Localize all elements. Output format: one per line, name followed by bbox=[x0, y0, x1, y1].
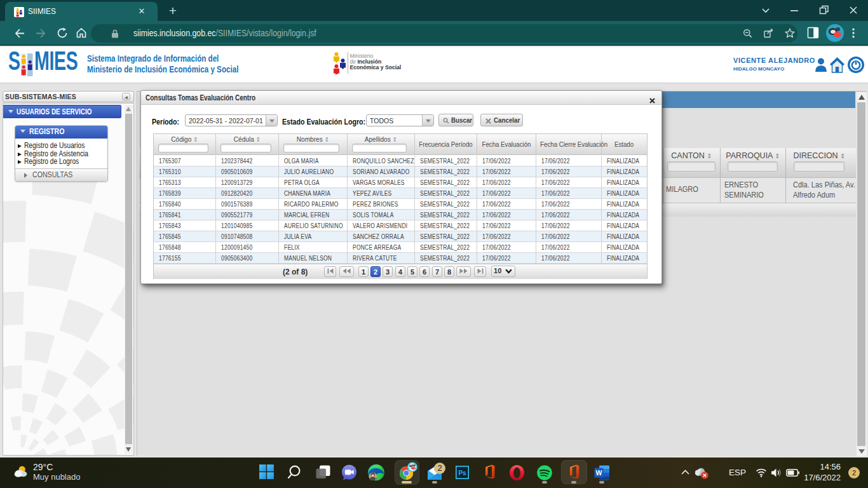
svg-text:Ps: Ps bbox=[458, 470, 466, 477]
svg-text:W: W bbox=[596, 469, 602, 477]
